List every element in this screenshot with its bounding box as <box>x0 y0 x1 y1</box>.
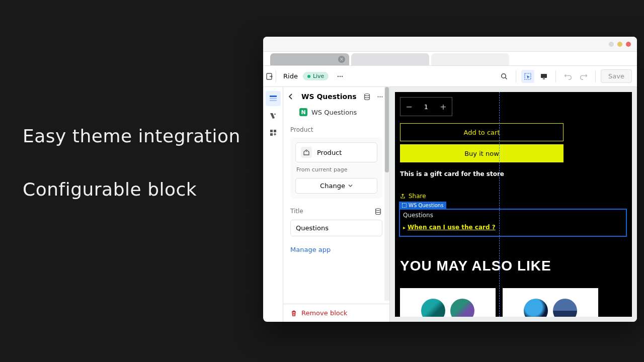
svg-point-3 <box>342 75 343 76</box>
product-thumb <box>450 299 474 317</box>
sections-icon[interactable] <box>266 91 281 106</box>
svg-rect-13 <box>274 130 276 132</box>
questions-block[interactable]: Questions When can I use the card ? <box>399 209 627 237</box>
dynamic-source-icon[interactable] <box>373 207 382 216</box>
app-logo-icon: N <box>299 108 307 116</box>
svg-rect-6 <box>541 74 547 78</box>
share-icon <box>400 194 406 199</box>
svg-point-2 <box>340 75 341 76</box>
svg-rect-9 <box>270 98 277 99</box>
app-embeds-icon[interactable] <box>266 125 281 140</box>
svg-point-18 <box>381 96 382 97</box>
alignment-guide <box>499 92 500 317</box>
trash-icon <box>290 310 297 317</box>
you-may-also-like-heading: YOU MAY ALSO LIKE <box>400 258 551 274</box>
title-section-label: Title <box>290 208 303 215</box>
store-preview: − + Add to cart Buy it now This is a gif… <box>395 92 632 317</box>
svg-point-19 <box>306 151 307 152</box>
svg-point-4 <box>502 73 506 78</box>
svg-point-16 <box>377 96 378 97</box>
product-card: Product From current page Change <box>290 137 382 199</box>
search-icon[interactable] <box>498 70 511 83</box>
share-button[interactable]: Share <box>400 193 426 200</box>
app-window: × Ride Live <box>263 37 637 322</box>
status-badge: Live <box>303 72 329 80</box>
app-name: WS Questions <box>311 109 357 116</box>
exit-editor-button[interactable] <box>263 70 276 83</box>
sidebar-scrollbar[interactable] <box>384 87 389 301</box>
product-section-label: Product <box>290 126 382 133</box>
window-maximize[interactable] <box>617 42 622 47</box>
product-icon <box>301 147 312 158</box>
product-thumb <box>524 299 548 317</box>
browser-tab[interactable] <box>351 53 429 65</box>
data-source-icon[interactable] <box>362 92 371 101</box>
question-item[interactable]: When can I use the card ? <box>403 224 623 231</box>
svg-point-20 <box>375 208 380 210</box>
preview-wrapper: − + Add to cart Buy it now This is a gif… <box>390 87 637 322</box>
product-label: Product <box>317 149 342 156</box>
theme-settings-icon[interactable] <box>266 108 281 123</box>
manage-app-link[interactable]: Manage app <box>290 246 331 253</box>
product-card[interactable] <box>400 288 496 317</box>
inspector-mode-icon[interactable] <box>521 70 534 83</box>
browser-tabs: × <box>263 52 637 66</box>
close-tab-icon[interactable]: × <box>338 56 345 63</box>
left-rail <box>263 87 283 322</box>
browser-tab-active[interactable]: × <box>270 53 349 65</box>
block-title: WS Questions <box>301 93 358 101</box>
save-button[interactable]: Save <box>601 69 632 83</box>
desktop-view-icon[interactable] <box>537 70 550 83</box>
svg-rect-10 <box>270 100 277 101</box>
window-close[interactable] <box>626 42 631 47</box>
product-thumb <box>553 299 577 317</box>
svg-point-17 <box>379 96 380 97</box>
quantity-increase[interactable]: + <box>435 98 452 116</box>
more-options-button[interactable] <box>334 70 347 83</box>
svg-point-11 <box>274 113 276 115</box>
app-attribution[interactable]: N WS Questions <box>283 106 389 122</box>
undo-icon[interactable] <box>561 70 574 83</box>
browser-tab[interactable] <box>431 53 509 65</box>
editor-toolbar: Ride Live Save <box>263 66 637 87</box>
redo-icon[interactable] <box>577 70 590 83</box>
window-minimize[interactable] <box>609 42 614 47</box>
back-button[interactable] <box>288 94 297 100</box>
remove-block-button[interactable]: Remove block <box>283 304 389 322</box>
title-input[interactable] <box>290 220 382 236</box>
product-note: From current page <box>295 166 377 173</box>
titlebar <box>263 37 637 52</box>
quantity-decrease[interactable]: − <box>400 98 418 116</box>
product-thumb <box>421 299 445 317</box>
chevron-down-icon <box>348 184 353 188</box>
svg-rect-12 <box>270 130 273 132</box>
callout-line-2: Configurable block <box>23 179 240 200</box>
callout-line-1: Easy theme integration <box>23 126 240 146</box>
change-product-button[interactable]: Change <box>295 178 377 194</box>
quantity-selector: − + <box>400 97 452 116</box>
selected-block-label[interactable]: WS Questions <box>399 202 446 209</box>
product-row[interactable]: Product <box>295 142 377 162</box>
block-more-icon[interactable] <box>375 92 384 101</box>
questions-title: Questions <box>403 212 623 219</box>
svg-rect-21 <box>403 204 407 208</box>
svg-rect-8 <box>270 96 277 97</box>
product-card[interactable] <box>503 288 598 317</box>
svg-rect-14 <box>270 133 273 136</box>
svg-point-15 <box>364 94 369 96</box>
add-to-cart-button[interactable]: Add to cart <box>400 123 564 141</box>
gift-description: This is a gift card for the store <box>400 170 504 177</box>
svg-point-1 <box>338 75 339 76</box>
quantity-input[interactable] <box>418 98 435 116</box>
svg-rect-7 <box>543 78 545 79</box>
block-settings-sidebar: WS Questions N WS Questions Product <box>283 87 390 322</box>
selection-icon <box>402 203 407 208</box>
buy-it-now-button[interactable]: Buy it now <box>400 144 564 162</box>
callout-text: Easy theme integration Configurable bloc… <box>23 126 240 232</box>
theme-name: Ride <box>283 72 298 80</box>
